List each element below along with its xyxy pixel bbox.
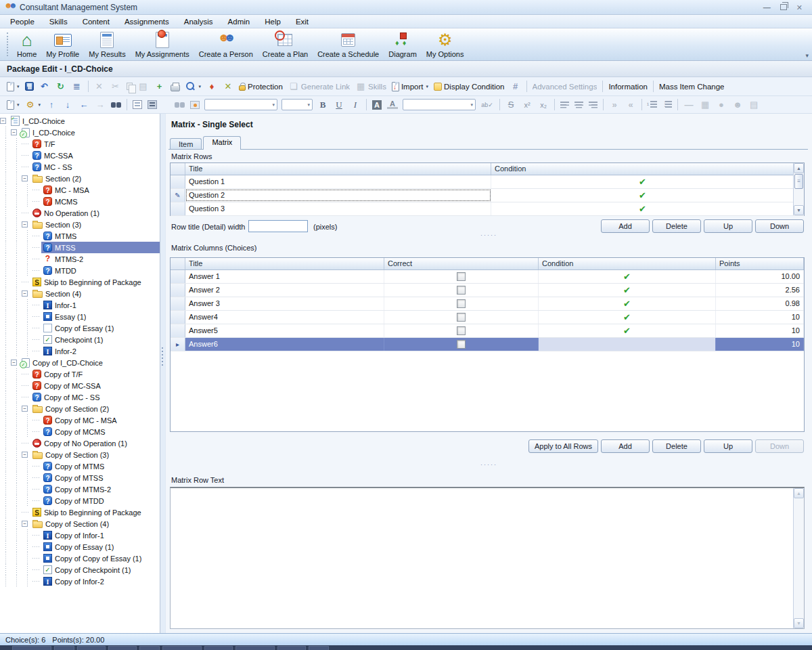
- diagram-nodes-icon[interactable]: ♦: [206, 81, 217, 92]
- choice-row[interactable]: Answer 3✔0.98: [171, 297, 804, 311]
- add-node-button[interactable]: +: [152, 80, 168, 93]
- down-button[interactable]: Down: [755, 439, 804, 453]
- tree-item[interactable]: ?MC-SSA: [0, 150, 160, 161]
- find-icon[interactable]: [175, 101, 185, 109]
- menu-item-skills[interactable]: Skills: [42, 16, 75, 27]
- choice-points-cell[interactable]: 10.00: [716, 270, 804, 283]
- tree-item[interactable]: −Copy of Section (4): [0, 518, 160, 529]
- numbered-list-icon[interactable]: [648, 101, 657, 108]
- bigbtn-home[interactable]: ⌂Home: [12, 28, 41, 60]
- paste-special-icon[interactable]: ▤: [748, 100, 759, 110]
- arrow-up-button[interactable]: ↑: [43, 98, 60, 112]
- arrow-left-icon[interactable]: ←: [78, 100, 89, 110]
- find-icon[interactable]: [111, 101, 121, 109]
- arrow-right-icon[interactable]: →: [95, 100, 106, 110]
- superscript-button[interactable]: x²: [519, 98, 535, 112]
- splitter-1[interactable]: ·····: [166, 233, 812, 238]
- close-icon[interactable]: ✕: [796, 4, 803, 11]
- choice-condition-cell[interactable]: ✔: [539, 311, 716, 324]
- tree-expander-icon[interactable]: −: [0, 118, 6, 124]
- bigbtn-schedule-calendar[interactable]: Create a Schedule: [313, 28, 384, 60]
- tree-item[interactable]: ?Copy of MTMS-2: [0, 483, 160, 495]
- tree-item[interactable]: SSkip to Beginning of Package: [0, 506, 160, 518]
- tree-item[interactable]: Essay (1): [0, 311, 160, 322]
- tree-expander-icon[interactable]: −: [22, 221, 28, 228]
- text-button[interactable]: Mass Item Change: [656, 81, 727, 92]
- italic-button[interactable]: I: [347, 98, 363, 112]
- arrow-left-button[interactable]: ←: [76, 98, 92, 112]
- choice-title-cell[interactable]: Answer 1: [185, 270, 384, 283]
- gear-icon[interactable]: ⚙: [25, 100, 36, 110]
- tree-item[interactable]: −Section (2): [0, 173, 160, 184]
- tree-item[interactable]: −I_CD-Choice: [0, 127, 160, 138]
- choice-correct-cell[interactable]: [384, 270, 539, 283]
- apply-to-all-rows-button[interactable]: Apply to All Rows: [528, 439, 598, 453]
- tree-expander-icon[interactable]: −: [22, 521, 28, 527]
- menu-item-analysis[interactable]: Analysis: [177, 16, 221, 27]
- hash-button[interactable]: #: [508, 80, 524, 93]
- paste-icon[interactable]: ▤: [138, 81, 149, 92]
- layout-list-dark-button[interactable]: [145, 99, 160, 110]
- row-selector[interactable]: [171, 270, 185, 283]
- choice-row[interactable]: Answer 1✔10.00: [171, 270, 804, 284]
- choice-correct-cell[interactable]: [384, 338, 539, 351]
- import-page-button[interactable]: Import▾: [389, 81, 431, 93]
- add-button[interactable]: Add: [601, 219, 650, 233]
- menu-item-content[interactable]: Content: [75, 16, 117, 27]
- menu-item-exit[interactable]: Exit: [288, 16, 316, 27]
- matrix-row[interactable]: Question 1✔: [171, 175, 804, 189]
- correct-checkbox[interactable]: [457, 313, 466, 322]
- lock-icon[interactable]: [239, 85, 246, 91]
- up-button[interactable]: Up: [704, 439, 752, 453]
- horizontal-rule-button[interactable]: —: [681, 98, 697, 112]
- tree-item[interactable]: ?Copy of MTDD: [0, 495, 160, 506]
- row-condition-cell[interactable]: ✔: [491, 189, 794, 202]
- bullet-list-button[interactable]: [660, 100, 675, 110]
- splitter-2[interactable]: ·····: [166, 462, 812, 467]
- copy-button[interactable]: [124, 81, 135, 91]
- delete-button[interactable]: Delete: [652, 219, 701, 233]
- choice-row[interactable]: Answer4✔10: [171, 311, 804, 324]
- magnifier-button[interactable]: ▾: [183, 80, 204, 93]
- print-icon[interactable]: [171, 85, 180, 91]
- down-button[interactable]: Down: [755, 219, 804, 233]
- choice-points-cell[interactable]: 10: [716, 338, 804, 351]
- indent-button[interactable]: »: [606, 98, 623, 112]
- new-file-button[interactable]: ▾: [4, 99, 22, 111]
- row-title-cell[interactable]: Question 2: [185, 189, 491, 202]
- row-selector[interactable]: [171, 311, 185, 324]
- matrix-row[interactable]: Question 3✔: [171, 202, 804, 216]
- choice-row[interactable]: Answer 2✔2.56: [171, 284, 804, 297]
- person-icon[interactable]: ☻: [732, 100, 743, 110]
- tree-item[interactable]: ?Copy of MTSS: [0, 472, 160, 483]
- generate-link-icon[interactable]: ❏: [288, 81, 299, 92]
- choice-correct-cell[interactable]: [384, 297, 539, 310]
- menu-item-admin[interactable]: Admin: [221, 16, 258, 27]
- choice-condition-cell[interactable]: ✔: [539, 284, 716, 297]
- tree-splitter[interactable]: [160, 114, 165, 633]
- tree-item[interactable]: ICopy of Infor-1: [0, 529, 160, 541]
- tree-item[interactable]: ICopy of Infor-2: [0, 576, 160, 587]
- scroll-up-icon[interactable]: ▲: [794, 488, 804, 498]
- display-condition-icon[interactable]: [434, 83, 442, 91]
- matrix-row-text-area[interactable]: ▲ ▼: [170, 487, 805, 629]
- layout-list-button[interactable]: [130, 99, 145, 110]
- bullet-list-icon[interactable]: [662, 101, 672, 108]
- choice-title-cell[interactable]: Answer 3: [185, 297, 384, 310]
- align-right-icon[interactable]: [589, 102, 597, 108]
- new-file-button[interactable]: ▾: [4, 81, 22, 93]
- hash-icon[interactable]: #: [510, 81, 521, 92]
- spellcheck-icon[interactable]: ab✓: [480, 100, 494, 110]
- delete-button[interactable]: Delete: [652, 439, 701, 453]
- choice-title-cell[interactable]: Answer5: [185, 324, 384, 337]
- outdent-icon[interactable]: «: [625, 100, 636, 110]
- choice-row[interactable]: Answer5✔10: [171, 324, 804, 338]
- row-selector[interactable]: [171, 202, 185, 215]
- menu-item-help[interactable]: Help: [257, 16, 288, 27]
- correct-checkbox[interactable]: [457, 286, 466, 295]
- person-button[interactable]: ☻: [729, 98, 746, 112]
- table-button[interactable]: ▦: [697, 98, 713, 112]
- scroll-down-icon[interactable]: ▼: [794, 205, 804, 215]
- find-button[interactable]: [108, 100, 124, 110]
- find-button[interactable]: [172, 100, 187, 110]
